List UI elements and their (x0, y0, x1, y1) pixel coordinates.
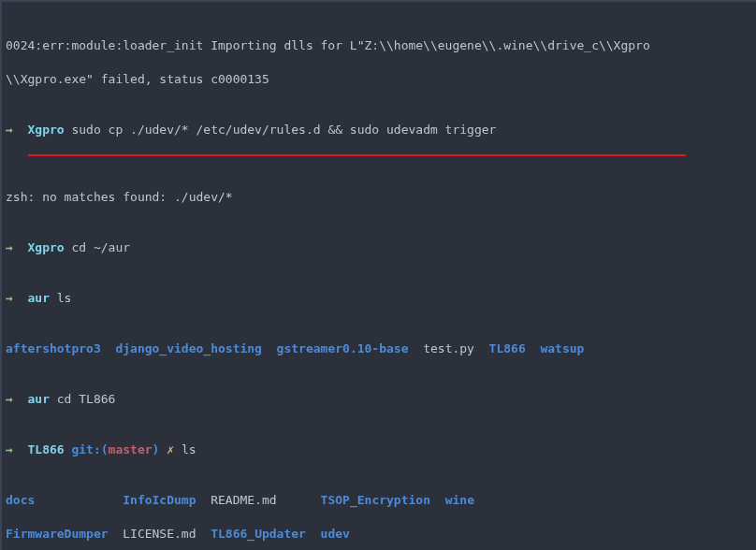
ls-tl-row2: FirmwareDumper LICENSE.md TL866_Updater … (6, 526, 752, 543)
prompt-5: → TL866 git:(master) ✗ ls (6, 441, 752, 458)
prompt-1: → Xgpro sudo cp ./udev/* /etc/udev/rules… (6, 122, 752, 155)
error-line-2: \\Xgpro.exe" failed, status c0000135 (6, 72, 269, 86)
terminal-output: 0024:err:module:loader_init Importing dl… (2, 2, 756, 550)
prompt-3: → aur ls (6, 290, 752, 307)
underline-1 (28, 154, 686, 156)
ls-aur: aftershotpro3 django_video_hosting gstre… (6, 340, 752, 357)
error-line-1: 0024:err:module:loader_init Importing dl… (6, 38, 650, 52)
prompt-2: → Xgpro cd ~/aur (6, 239, 752, 256)
ls-tl-row1: docs InfoIcDump README.md TSOP_Encryptio… (6, 492, 752, 509)
zsh-error: zsh: no matches found: ./udev/* (6, 190, 233, 204)
prompt-4: → aur cd TL866 (6, 391, 752, 408)
